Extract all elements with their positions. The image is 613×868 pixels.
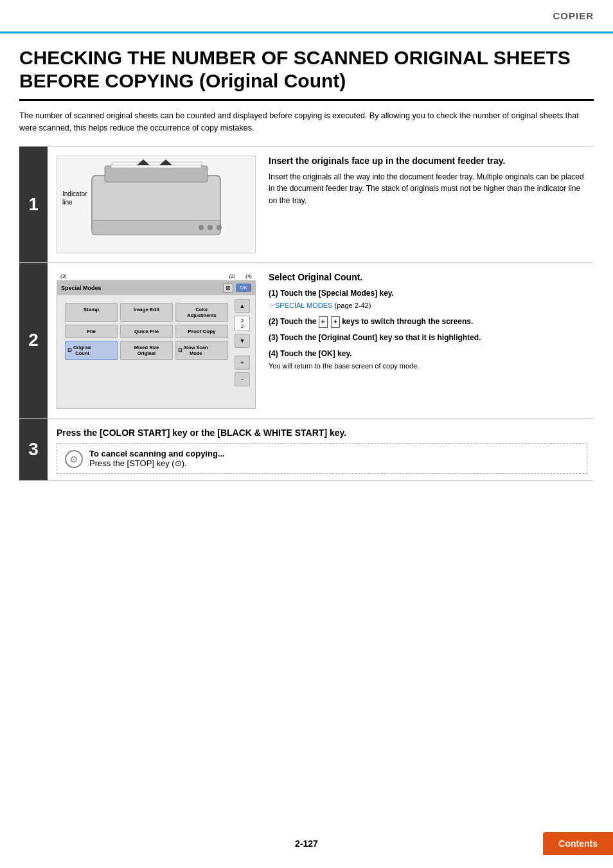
mixed-size-btn[interactable]: Mixed SizeOriginal (120, 341, 173, 360)
step-2-item-4: (4) Touch the [OK] key. You will return … (269, 348, 587, 372)
intro-text: The number of scanned original sheets ca… (19, 110, 594, 134)
step-1-image: Indicatorline (57, 156, 256, 253)
step-3-number: 3 (19, 419, 48, 480)
minus-btn[interactable]: - (235, 372, 250, 386)
ok-button[interactable]: OK (236, 284, 251, 292)
main-content: CHECKING THE NUMBER OF SCANNED ORIGINAL … (0, 33, 613, 520)
step-1-title: Insert the originals face up in the docu… (269, 156, 587, 166)
step-2-image-wrap: (3) (2) (4) Special Modes ⊠ OK (57, 272, 256, 409)
ui-screen: Special Modes ⊠ OK Stamp Image Edit Colo… (57, 280, 256, 409)
down-btn[interactable]: ▼ (235, 334, 250, 348)
step-2-item-3: (3) Touch the [Original Count] key so th… (269, 332, 587, 344)
label-3: (3) (60, 273, 67, 279)
ui-top-bar: Special Modes ⊠ OK (57, 281, 255, 295)
step-3-body: Press the [COLOR START] key or the [BLAC… (48, 419, 594, 480)
step-3-title: Press the [COLOR START] key or the [BLAC… (57, 428, 587, 438)
svg-rect-1 (105, 166, 208, 182)
step-3: 3 Press the [COLOR START] key or the [BL… (19, 418, 594, 481)
proof-copy-btn[interactable]: Proof Copy (175, 325, 228, 338)
header-title: COPIER (553, 10, 594, 21)
header: COPIER (0, 0, 613, 33)
step-2-title: Select Original Count. (269, 272, 587, 282)
svg-point-7 (199, 225, 204, 230)
file-btn[interactable]: File (65, 325, 118, 338)
step-2-list: (1) Touch the [Special Modes] key. ☞SPEC… (269, 287, 587, 373)
image-edit-btn[interactable]: Image Edit (120, 303, 173, 322)
step-2-item-2: (2) Touch the + + keys to switch through… (269, 316, 587, 328)
svg-rect-3 (112, 162, 202, 165)
step-3-cancel-box: ⊙ To cancel scanning and copying... Pres… (57, 443, 587, 474)
svg-point-8 (208, 225, 213, 230)
stop-icon: ⊙ (65, 450, 83, 468)
step-1-number: 1 (19, 147, 48, 262)
step-1-body: Indicatorline (48, 147, 594, 262)
scanner-illustration (73, 156, 240, 253)
ui-grid: Stamp Image Edit ColorAdjustments File Q… (61, 299, 232, 364)
page-title: CHECKING THE NUMBER OF SCANNED ORIGINAL … (19, 46, 594, 101)
special-modes-link[interactable]: ☞SPECIAL MODES (269, 302, 332, 309)
step-3-cancel-text: To cancel scanning and copying... Press … (89, 449, 225, 468)
ui-label-row: (3) (2) (4) (57, 272, 256, 280)
step-1-instructions: Insert the originals face up in the docu… (269, 156, 587, 253)
plus-btn[interactable]: + (235, 356, 250, 370)
top-bar-icon: ⊠ (223, 284, 233, 293)
page-number: 2-127 (295, 838, 318, 849)
step-1: 1 Indicatorline (19, 146, 594, 262)
color-adj-btn[interactable]: ColorAdjustments (175, 303, 228, 322)
contents-button[interactable]: Contents (543, 832, 613, 855)
page-counter: 22 (235, 316, 250, 331)
up-btn[interactable]: ▲ (235, 299, 250, 313)
label-2: (2) (229, 273, 235, 279)
ui-button-area: Stamp Image Edit ColorAdjustments File Q… (57, 295, 255, 368)
top-bar-right: ⊠ OK (223, 284, 251, 293)
step-2-body: (3) (2) (4) Special Modes ⊠ OK (48, 263, 594, 418)
step-2-instructions: Select Original Count. (1) Touch the [Sp… (269, 272, 587, 409)
ui-side-controls: ▲ 22 ▼ + - (233, 299, 251, 404)
svg-point-9 (217, 225, 222, 230)
step-2-number: 2 (19, 263, 48, 418)
step-2: 2 (3) (2) (4) Special Modes ⊠ OK (19, 262, 594, 418)
step-2-item-1: (1) Touch the [Special Modes] key. ☞SPEC… (269, 287, 587, 312)
step-1-body: Insert the originals all the way into th… (269, 171, 587, 207)
quick-file-btn[interactable]: Quick File (120, 325, 173, 338)
indicator-label: Indicatorline (62, 190, 87, 206)
slow-scan-btn[interactable]: ⊡ Slow ScanMode (175, 341, 228, 360)
original-count-btn[interactable]: ⊡ OriginalCount (65, 341, 118, 360)
special-modes-label: Special Modes (61, 285, 102, 291)
stamp-btn[interactable]: Stamp (65, 303, 118, 322)
label-4: (4) (245, 273, 252, 279)
